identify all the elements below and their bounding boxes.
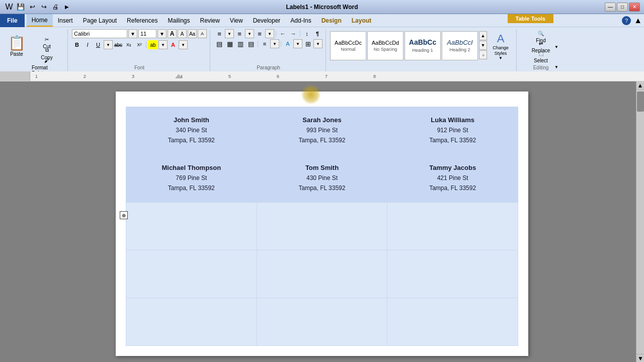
label-cell[interactable] xyxy=(126,250,257,298)
ribbon-collapse-button[interactable]: ▲ xyxy=(634,16,642,25)
label-cell[interactable]: Sarah Jones993 Pine StTampa, FL 33592 xyxy=(257,107,387,155)
label-cell[interactable]: John Smith340 Pine StTampa, FL 33592 xyxy=(126,107,257,155)
bullets-button[interactable]: ≡ xyxy=(214,29,224,38)
subscript-button[interactable]: X₂ xyxy=(124,40,134,49)
format-painter-button[interactable]: 🖌 Format Painter xyxy=(29,56,64,66)
shrink-font-button[interactable]: A xyxy=(178,29,187,38)
bold-button[interactable]: B xyxy=(72,40,82,49)
label-cell[interactable] xyxy=(257,250,387,298)
justify-button[interactable]: ▤ xyxy=(246,39,256,48)
label-cell[interactable]: Tammy Jacobs421 Pine StTampa, FL 33592 xyxy=(387,155,518,203)
minimize-button[interactable]: — xyxy=(605,3,616,12)
insert-menu-item[interactable]: Insert xyxy=(53,14,78,27)
styles-scroll-up-button[interactable]: ▲ xyxy=(479,31,487,40)
shading-button[interactable]: A xyxy=(283,39,293,48)
scroll-up-button[interactable]: ▲ xyxy=(636,81,644,89)
close-button[interactable]: ✕ xyxy=(629,3,640,12)
help-button[interactable]: ? xyxy=(622,16,631,25)
font-color-button[interactable]: A xyxy=(168,40,178,49)
change-styles-button[interactable]: A ChangeStyles ▼ xyxy=(488,31,513,61)
multilevel-dropdown-button[interactable]: ▼ xyxy=(265,29,274,38)
font-family-dropdown-button[interactable]: ▼ xyxy=(128,29,137,38)
change-case-button[interactable]: Aa xyxy=(188,29,197,38)
font-size-dropdown-button[interactable]: ▼ xyxy=(157,29,167,38)
decrease-indent-button[interactable]: ← xyxy=(278,29,288,38)
label-cell[interactable]: Luka Williams912 Pine StTampa, FL 33592 xyxy=(387,107,518,155)
page-layout-menu-item[interactable]: Page Layout xyxy=(78,14,122,27)
label-cell[interactable]: Michael Thompson769 Pine StTampa, FL 335… xyxy=(126,155,257,203)
scroll-thumb[interactable] xyxy=(637,92,644,112)
label-cell[interactable] xyxy=(257,298,387,346)
superscript-button[interactable]: X² xyxy=(134,40,144,49)
change-styles-label: ChangeStyles xyxy=(493,45,509,56)
design-menu-item[interactable]: Design xyxy=(316,14,347,27)
label-cell[interactable] xyxy=(126,203,257,250)
print-preview-qat-button[interactable]: ▶ xyxy=(62,2,72,12)
center-button[interactable]: ▦ xyxy=(225,39,235,48)
highlight-dropdown-button[interactable]: ▼ xyxy=(158,40,168,49)
find-button[interactable]: 🔍 Find ▼ xyxy=(521,29,561,38)
multilevel-button[interactable]: ≡ xyxy=(255,29,265,38)
borders-dropdown-button[interactable]: ▼ xyxy=(313,39,323,48)
titlebar: W 💾 ↩ ↪ 🖨 ▶ Labels1 - Microsoft Word — □… xyxy=(0,0,644,14)
vertical-scrollbar[interactable]: ▲ ▼ xyxy=(636,81,644,362)
style-heading1-button[interactable]: AaBbCc Heading 1 xyxy=(405,31,441,60)
table-move-handle[interactable]: ⊕ xyxy=(120,211,128,219)
print-qat-button[interactable]: 🖨 xyxy=(50,2,60,12)
select-button[interactable]: ⬚ Select ▼ xyxy=(521,49,561,58)
references-menu-item[interactable]: References xyxy=(122,14,163,27)
style-normal-button[interactable]: AaBbCcDc Normal xyxy=(330,31,366,60)
paste-button[interactable]: 📋 Paste xyxy=(5,32,28,59)
line-spacing-dropdown-button[interactable]: ▼ xyxy=(270,39,279,48)
maximize-button[interactable]: □ xyxy=(617,3,628,12)
show-marks-button[interactable]: ¶ xyxy=(312,29,323,38)
select-dropdown-icon: ▼ xyxy=(554,65,558,69)
bullets-dropdown-button[interactable]: ▼ xyxy=(225,29,234,38)
mailings-menu-item[interactable]: Mailings xyxy=(163,14,195,27)
grow-font-button[interactable]: A xyxy=(168,29,177,38)
text-highlight-button[interactable]: ab xyxy=(148,40,158,49)
label-cell[interactable] xyxy=(387,250,518,298)
font-color-dropdown-button[interactable]: ▼ xyxy=(179,40,188,49)
redo-qat-button[interactable]: ↪ xyxy=(39,2,49,12)
copy-button[interactable]: ⧉ Copy xyxy=(29,46,64,56)
underline-dropdown-button[interactable]: ▼ xyxy=(104,40,113,49)
developer-menu-item[interactable]: Developer xyxy=(248,14,286,27)
numbering-dropdown-button[interactable]: ▼ xyxy=(245,29,254,38)
replace-button[interactable]: ⇄ Replace xyxy=(521,39,561,48)
label-cell[interactable] xyxy=(257,203,387,250)
strikethrough-button[interactable]: abc xyxy=(113,40,123,49)
numbering-button[interactable]: ≡ xyxy=(234,29,245,38)
sort-button[interactable]: ↕ xyxy=(302,29,312,38)
layout-menu-item[interactable]: Layout xyxy=(347,14,376,27)
review-menu-item[interactable]: Review xyxy=(195,14,224,27)
label-cell[interactable] xyxy=(387,298,518,346)
label-cell[interactable]: Tom Smith430 Pine StTampa, FL 33592 xyxy=(257,155,387,203)
styles-more-button[interactable]: ⬦ xyxy=(479,50,487,59)
view-menu-item[interactable]: View xyxy=(225,14,248,27)
shading-dropdown-button[interactable]: ▼ xyxy=(293,39,302,48)
scroll-down-button[interactable]: ▼ xyxy=(636,354,644,362)
clear-formatting-button[interactable]: A xyxy=(198,29,207,38)
style-no-spacing-button[interactable]: AaBbCcDd No Spacing xyxy=(367,31,404,60)
align-left-button[interactable]: ▤ xyxy=(214,39,224,48)
italic-button[interactable]: I xyxy=(83,40,93,49)
line-spacing-button[interactable]: ≡ xyxy=(260,39,270,48)
label-cell[interactable] xyxy=(126,298,257,346)
align-right-button[interactable]: ▥ xyxy=(235,39,246,48)
underline-button[interactable]: U xyxy=(93,40,103,49)
style-heading2-button[interactable]: AaBbCcI Heading 2 xyxy=(442,31,478,60)
home-menu-item[interactable]: Home xyxy=(27,14,53,27)
font-size-input[interactable] xyxy=(138,29,156,38)
save-qat-button[interactable]: 💾 xyxy=(16,2,26,12)
borders-button[interactable]: ⊞ xyxy=(303,39,313,48)
file-menu-button[interactable]: File xyxy=(0,14,25,27)
label-cell[interactable] xyxy=(387,203,518,250)
svg-text:2: 2 xyxy=(84,74,86,79)
cut-button[interactable]: ✂ Cut xyxy=(29,35,64,45)
undo-qat-button[interactable]: ↩ xyxy=(27,2,37,12)
increase-indent-button[interactable]: → xyxy=(288,29,298,38)
styles-scroll-down-button[interactable]: ▼ xyxy=(479,41,487,50)
font-family-input[interactable] xyxy=(72,29,127,38)
add-ins-menu-item[interactable]: Add-Ins xyxy=(285,14,316,27)
